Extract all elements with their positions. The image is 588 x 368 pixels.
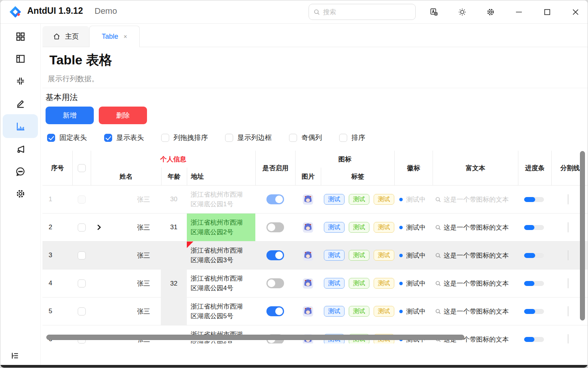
row-checkbox[interactable]	[78, 279, 86, 288]
divider-line	[568, 334, 568, 343]
table-row[interactable]: 2 张三 31 浙江省杭州市西湖区湖底公园2号 测试 测试 测试 测试中 这是一…	[42, 214, 588, 242]
gear-icon[interactable]	[486, 7, 495, 16]
divider-line	[568, 222, 568, 232]
divider-line	[568, 278, 568, 288]
delete-button[interactable]: 删除	[99, 107, 147, 124]
enabled-switch-off[interactable]	[266, 222, 284, 232]
translate-icon[interactable]	[429, 7, 438, 16]
tag: 测试	[324, 306, 345, 317]
tag: 测试	[374, 250, 394, 261]
sun-icon[interactable]	[457, 7, 467, 16]
sidebar-item-shrink[interactable]	[3, 70, 38, 92]
merged-age-cell: 32	[161, 269, 187, 297]
row-checkbox[interactable]	[78, 251, 86, 260]
table-row[interactable]: 1 张三 30 浙江省杭州市西湖区湖底公园1号 测试 测试 测试 测试中 这是一…	[42, 186, 588, 214]
row-checkbox[interactable]	[78, 223, 86, 232]
table-header: 序号 个人信息 姓名 年龄 地址 是否启用 图标 图片	[42, 151, 588, 185]
sidebar-item-layout[interactable]	[3, 48, 38, 70]
option-zebra[interactable]: 奇偶列	[289, 133, 322, 142]
search-input[interactable]: 搜索	[309, 4, 416, 20]
divider-line	[568, 194, 568, 204]
col-header-progress: 进度条	[518, 151, 551, 185]
tag: 测试	[324, 222, 345, 233]
tab-table[interactable]: Table ×	[89, 26, 140, 47]
search-icon	[314, 9, 320, 15]
col-group-personal: 个人信息 姓名 年龄 地址	[91, 151, 255, 185]
sidebar-item-megaphone[interactable]	[3, 138, 38, 160]
add-button[interactable]: 新增	[46, 107, 94, 124]
enabled-switch-on[interactable]	[266, 306, 284, 316]
message-icon	[15, 166, 26, 177]
option-show-header[interactable]: 显示表头	[104, 133, 144, 142]
table-row[interactable]: 4 张三 32 浙江省杭州市西湖区湖底公园4号 测试 测试 测试 测试中 这是一…	[42, 269, 588, 297]
group-header-personal: 个人信息	[91, 151, 255, 168]
progress-bar	[524, 253, 544, 258]
megaphone-icon	[15, 144, 26, 154]
avatar	[303, 222, 313, 233]
col-header-name: 姓名	[91, 168, 161, 185]
sidebar-item-table-demo[interactable]	[3, 114, 38, 138]
badge-dot	[399, 310, 403, 313]
option-drag-sort[interactable]: 列拖拽排序	[161, 133, 208, 142]
divider-line	[568, 250, 568, 260]
checkbox-checked[interactable]	[47, 134, 55, 142]
row-checkbox[interactable]	[78, 196, 86, 204]
close-icon[interactable]	[571, 7, 580, 16]
sidebar-item-appstore[interactable]	[3, 25, 38, 48]
tag: 测试	[349, 250, 369, 261]
window-bottom-edge	[0, 365, 588, 368]
tab-close-icon[interactable]: ×	[124, 33, 127, 40]
group-header-icons: 图标	[296, 151, 394, 168]
checkbox-unchecked[interactable]	[225, 134, 233, 142]
menu-unfold-icon[interactable]	[10, 351, 20, 360]
sidebar-item-settings[interactable]	[3, 182, 38, 205]
col-header-age: 年龄	[161, 168, 187, 185]
tab-table-label: Table	[102, 33, 118, 41]
header-checkbox[interactable]	[78, 164, 86, 172]
avatar	[303, 250, 313, 261]
option-sort[interactable]: 排序	[339, 133, 365, 142]
option-fixed-header[interactable]: 固定表头	[47, 133, 87, 142]
appstore-icon	[15, 31, 26, 42]
option-column-border[interactable]: 显示列边框	[225, 133, 272, 142]
table-row[interactable]: 3 张三 浙江省杭州市西湖区湖底公园3号 测试 测试 测试 测试中 这是一个带图…	[42, 242, 588, 269]
badge-dot	[399, 254, 403, 257]
tab-home[interactable]: 主页	[42, 26, 89, 47]
minimize-icon[interactable]	[514, 7, 523, 16]
badge-dot	[399, 282, 403, 285]
enabled-switch-on[interactable]	[266, 194, 284, 204]
horizontal-scrollbar[interactable]	[46, 335, 464, 340]
checkbox-checked[interactable]	[104, 134, 112, 142]
vertical-scrollbar[interactable]	[580, 151, 585, 320]
sidebar	[0, 24, 41, 365]
col-group-icons: 图标 图片 标签	[295, 151, 394, 185]
maximize-icon[interactable]	[542, 7, 552, 16]
checkbox-unchecked[interactable]	[161, 134, 169, 142]
search-icon	[435, 308, 441, 315]
checkbox-unchecked[interactable]	[289, 134, 297, 142]
tag: 测试	[349, 278, 369, 289]
checkbox-unchecked[interactable]	[339, 134, 347, 142]
expand-icon[interactable]	[96, 224, 102, 230]
col-header-rich: 富文本	[433, 151, 518, 185]
row-checkbox[interactable]	[78, 307, 86, 315]
col-header-address: 地址	[187, 168, 255, 185]
section-title: 基本用法	[46, 92, 78, 103]
progress-bar	[524, 197, 544, 202]
sidebar-item-message[interactable]	[3, 160, 38, 182]
col-header-badge: 徽标	[394, 151, 433, 185]
tag: 测试	[374, 278, 394, 289]
table-row[interactable]: 5 张三 浙江省杭州市西湖区湖底公园5号 测试 测试 测试 测试中 这是一个带图…	[42, 297, 588, 325]
tag: 测试	[349, 194, 369, 205]
app-subtitle: Demo	[95, 6, 117, 16]
enabled-switch-on[interactable]	[266, 250, 284, 260]
enabled-switch-off[interactable]	[266, 278, 284, 288]
search-icon	[435, 196, 441, 203]
col-header-checkbox	[72, 151, 91, 185]
divider-line	[568, 306, 568, 316]
sidebar-item-edit[interactable]	[3, 92, 38, 114]
divider	[42, 88, 588, 88]
search-icon	[435, 252, 441, 259]
tag: 测试	[374, 306, 394, 317]
marked-address-cell: 浙江省杭州市西湖区湖底公园3号	[187, 242, 255, 269]
